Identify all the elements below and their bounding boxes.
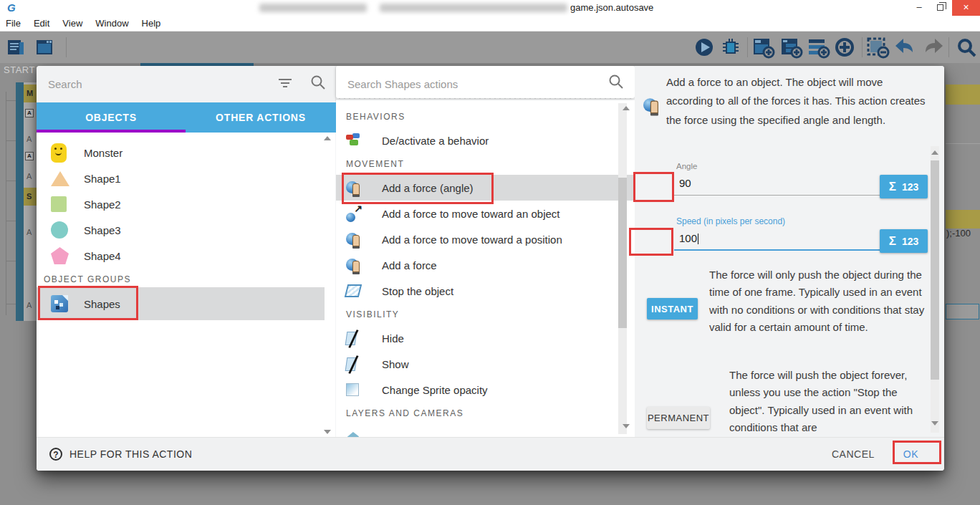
speed-field-value[interactable]: 100 xyxy=(679,232,698,244)
object-search-input[interactable] xyxy=(48,74,263,93)
group-icon xyxy=(51,295,84,312)
restore-button[interactable] xyxy=(930,0,951,16)
list-item-shape2[interactable]: Shape2 xyxy=(37,191,325,217)
scroll-down-arrow[interactable] xyxy=(623,424,630,428)
undo-icon[interactable] xyxy=(893,37,914,58)
project-manager-icon[interactable] xyxy=(6,37,27,58)
ok-button[interactable]: OK xyxy=(903,448,918,460)
action-force-toward-object[interactable]: Add a force to move toward an object xyxy=(336,201,635,226)
event-tree-stub xyxy=(6,140,16,141)
delete-event-icon[interactable] xyxy=(867,37,888,58)
event-tree-stub xyxy=(6,304,16,304)
pentagon-object-icon xyxy=(51,247,84,264)
event-tree-stub xyxy=(6,181,16,181)
filter-icon[interactable] xyxy=(278,77,292,89)
scene-editor-icon[interactable] xyxy=(34,37,56,58)
scroll-down-arrow[interactable] xyxy=(931,421,938,425)
action-deactivate-behavior[interactable]: De/activate a behavior xyxy=(336,128,635,153)
scroll-up-arrow[interactable] xyxy=(931,150,938,155)
action-show[interactable]: Show xyxy=(336,351,635,377)
action-change-opacity[interactable]: Change Sprite opacity xyxy=(336,377,635,403)
dialog-footer: ? HELP FOR THIS ACTION CANCEL OK xyxy=(37,437,944,471)
action-label: Add a force xyxy=(382,259,437,271)
background-tab-label: START xyxy=(4,64,35,75)
title-bar: G game.json.autosave – × xyxy=(0,0,980,16)
add-sub-event-icon[interactable] xyxy=(780,37,802,58)
list-item-shapes-group[interactable]: Shapes xyxy=(37,287,325,320)
action-label: Stop the object xyxy=(382,285,453,297)
menu-help[interactable]: Help xyxy=(142,18,161,29)
list-item-shape4[interactable]: Shape4 xyxy=(37,243,325,269)
show-icon xyxy=(346,357,382,371)
toolbar-separator xyxy=(66,37,67,57)
text-caret xyxy=(698,234,698,244)
list-item-monster[interactable]: Monster xyxy=(37,140,325,165)
event-tree-stub xyxy=(6,100,16,101)
event-condition-chip: A xyxy=(25,152,34,160)
add-event-icon[interactable] xyxy=(752,37,774,58)
speed-field-label: Speed (in pixels per second) xyxy=(676,216,785,226)
permanent-button[interactable]: PERMANENT xyxy=(647,407,710,429)
close-button[interactable]: × xyxy=(952,0,980,16)
list-item-shape3[interactable]: Shape3 xyxy=(37,217,325,243)
list-item-shape1[interactable]: Shape1 xyxy=(37,165,325,191)
blurred-path-segment xyxy=(259,4,367,12)
redo-icon[interactable] xyxy=(921,37,943,58)
menu-file[interactable]: File xyxy=(6,18,21,29)
action-label: Hide xyxy=(382,332,404,345)
angle-field-value[interactable]: 90 xyxy=(679,177,691,189)
scroll-down-arrow[interactable] xyxy=(324,430,331,434)
scroll-up-arrow[interactable] xyxy=(623,106,630,110)
menu-window[interactable]: Window xyxy=(95,18,128,29)
action-hide[interactable]: Hide xyxy=(336,325,635,351)
add-circle-icon[interactable] xyxy=(834,37,855,58)
event-row-divider xyxy=(946,143,980,144)
tab-objects[interactable]: OBJECTS xyxy=(37,102,186,133)
expression-digits: 123 xyxy=(902,236,918,247)
minimize-button[interactable]: – xyxy=(908,0,930,16)
behavior-icon xyxy=(346,133,382,148)
instant-button[interactable]: INSTANT xyxy=(647,298,698,319)
search-icon[interactable] xyxy=(608,74,624,90)
help-link[interactable]: ? HELP FOR THIS ACTION xyxy=(49,448,192,461)
preview-play-icon[interactable] xyxy=(693,37,715,58)
action-search-card xyxy=(336,66,635,98)
toolbar-separator xyxy=(747,37,748,57)
left-tab-bar: OBJECTS OTHER ACTIONS xyxy=(37,102,336,133)
speed-field-underline xyxy=(674,249,911,251)
cancel-button[interactable]: CANCEL xyxy=(832,448,875,460)
action-search-input[interactable] xyxy=(347,74,562,93)
action-stop-object[interactable]: Stop the object xyxy=(336,278,635,304)
scrollbar-thumb[interactable] xyxy=(931,160,939,380)
stop-icon xyxy=(346,284,382,297)
permanent-description: The force will push the object forever, … xyxy=(729,367,928,436)
action-label: Change Sprite opacity xyxy=(382,384,488,396)
scroll-up-arrow[interactable] xyxy=(324,136,331,140)
menu-view[interactable]: View xyxy=(62,18,82,29)
search-icon[interactable] xyxy=(310,74,326,90)
menu-edit[interactable]: Edit xyxy=(34,18,49,29)
add-comment-icon[interactable] xyxy=(807,37,829,58)
gdevelop-logo-icon: G xyxy=(7,1,16,14)
force-icon xyxy=(346,179,382,197)
event-field-outline xyxy=(946,304,979,319)
help-label: HELP FOR THIS ACTION xyxy=(69,448,192,460)
event-row-highlight xyxy=(946,210,980,229)
blurred-path-segment xyxy=(380,4,567,12)
sigma-icon: Σ xyxy=(889,180,896,194)
action-parameters-panel: Add a force to an object. The object wil… xyxy=(635,66,944,437)
menu-bar: File Edit View Window Help xyxy=(0,16,980,32)
debugger-icon[interactable] xyxy=(720,37,741,58)
section-visibility: VISIBILITY xyxy=(336,304,635,325)
sigma-icon: Σ xyxy=(889,234,896,249)
speed-expression-button[interactable]: Σ 123 xyxy=(880,229,928,253)
scrollbar-thumb[interactable] xyxy=(618,178,627,328)
hide-icon xyxy=(346,332,382,345)
action-force-toward-position[interactable]: Add a force to move toward a position xyxy=(336,226,635,252)
search-icon[interactable] xyxy=(955,37,976,58)
action-add-force[interactable]: Add a force xyxy=(336,252,635,278)
action-partial-row[interactable] xyxy=(336,424,635,437)
action-add-force-angle[interactable]: Add a force (angle) xyxy=(336,175,635,201)
tab-other-actions[interactable]: OTHER ACTIONS xyxy=(186,102,336,133)
angle-expression-button[interactable]: Σ 123 xyxy=(880,175,928,198)
